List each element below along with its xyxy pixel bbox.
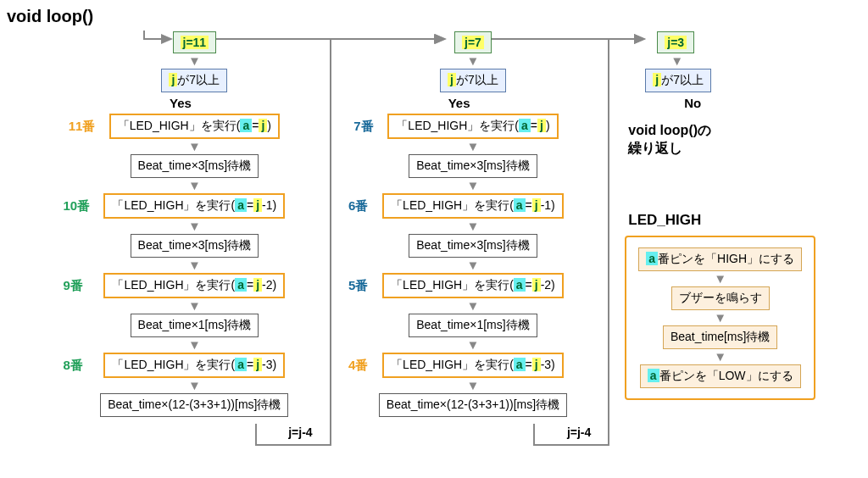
arrow-icon: ▼ [467, 181, 480, 190]
arrow-icon: ▼ [670, 57, 683, 65]
exec-box: 4番「LED_HIGH」を実行(a=j-3) [382, 353, 564, 378]
wait-box: Beat_time×1[ms]待機 [409, 314, 537, 337]
ledhigh-step: Beat_time[ms]待機 [663, 325, 777, 349]
exec-box: 5番「LED_HIGH」を実行(a=j-2) [382, 273, 564, 298]
arrow-icon: ▼ [714, 275, 726, 283]
ledhigh-step: ブザーを鳴らす [671, 286, 770, 310]
exec-box: 10番「LED_HIGH」を実行(a=j-1) [103, 193, 285, 219]
arrow-icon: ▼ [188, 302, 201, 310]
ledhigh-subroutine: a番ピンを「HIGH」にする ▼ ブザーを鳴らす ▼ Beat_time[ms]… [625, 236, 815, 400]
exec-box: 7番「LED_HIGH」を実行(a=j) [387, 114, 558, 139]
arrow-icon: ▼ [467, 222, 480, 231]
arrow-icon: ▼ [467, 261, 480, 270]
page-title: void loop() [7, 7, 861, 26]
cond-box: jが7以上 [645, 69, 711, 92]
decrement-label: j=j-4 [288, 425, 312, 439]
exec-box: 11番「LED_HIGH」を実行(a=j) [109, 114, 280, 139]
exec-box: 6番「LED_HIGH」を実行(a=j-1) [382, 193, 564, 219]
wait-box: Beat_time×1[ms]待機 [131, 314, 259, 337]
col-2: j=7 ▼ jが7以上 Yes 7番「LED_HIGH」を実行(a=j) ▼ B… [347, 31, 600, 439]
init-box: j=3 [657, 31, 694, 53]
init-box: j=7 [454, 31, 492, 53]
arrow-icon: ▼ [188, 341, 201, 349]
wait-box: Beat_time×3[ms]待機 [409, 234, 537, 258]
col-3: j=3 ▼ jが7以上 No void loop()の 繰り返し LED_HIG… [625, 31, 861, 400]
branch-label: Yes [170, 96, 192, 110]
arrow-icon: ▼ [188, 381, 201, 390]
ledhigh-step: a番ピンを「HIGH」にする [638, 247, 802, 271]
branch-label: No [684, 96, 701, 110]
wait-box: Beat_time×(12-(3+3+1))[ms]待機 [100, 393, 288, 417]
arrow-icon: ▼ [188, 181, 201, 190]
arrow-icon: ▼ [714, 353, 726, 361]
wait-box: Beat_time×3[ms]待機 [131, 234, 259, 258]
cond-box: jが7以上 [161, 69, 227, 92]
col-1: j=11 ▼ jが7以上 Yes 11番「LED_HIGH」を実行(a=j) ▼… [68, 31, 321, 439]
wait-box: Beat_time×(12-(3+3+1))[ms]待機 [379, 393, 567, 417]
decrement-label: j=j-4 [567, 425, 591, 439]
arrow-icon: ▼ [188, 142, 201, 151]
exec-box: 8番「LED_HIGH」を実行(a=j-3) [103, 353, 285, 378]
cond-box: jが7以上 [440, 69, 506, 92]
arrow-icon: ▼ [467, 57, 480, 65]
columns-wrap: j=11 ▼ jが7以上 Yes 11番「LED_HIGH」を実行(a=j) ▼… [7, 31, 861, 439]
ledhigh-step: a番ピンを「LOW」にする [640, 364, 801, 388]
wait-box: Beat_time×3[ms]待機 [131, 154, 259, 178]
arrow-icon: ▼ [467, 381, 480, 390]
arrow-icon: ▼ [467, 341, 480, 349]
exec-box: 9番「LED_HIGH」を実行(a=j-2) [103, 273, 285, 298]
arrow-icon: ▼ [188, 261, 201, 270]
arrow-icon: ▼ [714, 314, 726, 322]
wait-box: Beat_time×3[ms]待機 [409, 154, 537, 178]
loop-note: void loop()の 繰り返し [628, 122, 711, 158]
init-box: j=11 [173, 31, 217, 53]
branch-label: Yes [448, 96, 470, 110]
arrow-icon: ▼ [467, 302, 480, 310]
arrow-icon: ▼ [188, 57, 201, 65]
ledhigh-title: LED_HIGH [628, 212, 701, 229]
arrow-icon: ▼ [188, 222, 201, 231]
arrow-icon: ▼ [467, 142, 480, 151]
